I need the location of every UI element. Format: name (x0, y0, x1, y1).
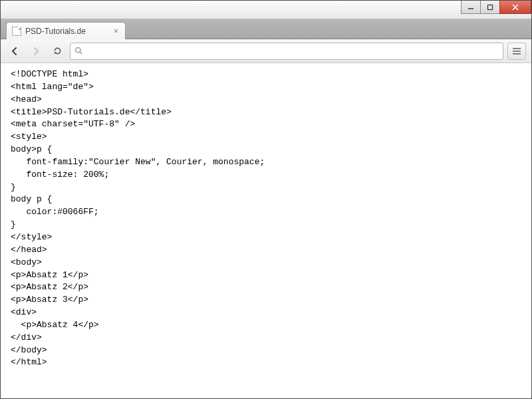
source-code: <!DOCTYPE html> <html lang="de"> <head> … (11, 68, 521, 369)
tab-title: PSD-Tutorials.de (25, 27, 86, 36)
maximize-button[interactable] (480, 1, 500, 14)
menu-button[interactable] (507, 43, 526, 60)
browser-tab[interactable]: PSD-Tutorials.de × (6, 22, 126, 39)
reload-button[interactable] (49, 43, 66, 60)
address-bar[interactable] (70, 43, 503, 60)
tab-strip: PSD-Tutorials.de × (1, 19, 531, 39)
page-content: <!DOCTYPE html> <html lang="de"> <head> … (1, 63, 531, 398)
tab-close-icon[interactable]: × (113, 27, 118, 35)
toolbar (1, 39, 531, 63)
page-icon (12, 27, 21, 36)
window-titlebar (1, 1, 531, 19)
forward-button[interactable] (27, 43, 45, 60)
back-button[interactable] (6, 43, 23, 60)
svg-rect-1 (488, 5, 493, 9)
svg-point-4 (76, 48, 80, 53)
search-icon (74, 47, 83, 55)
window-controls (462, 1, 531, 14)
close-button[interactable] (499, 1, 531, 14)
url-input[interactable] (87, 43, 499, 59)
browser-window: PSD-Tutorials.de × <!DOCTYPE html> <html… (0, 0, 532, 399)
svg-line-5 (80, 52, 82, 54)
minimize-button[interactable] (461, 1, 481, 14)
hamburger-icon (512, 47, 521, 55)
